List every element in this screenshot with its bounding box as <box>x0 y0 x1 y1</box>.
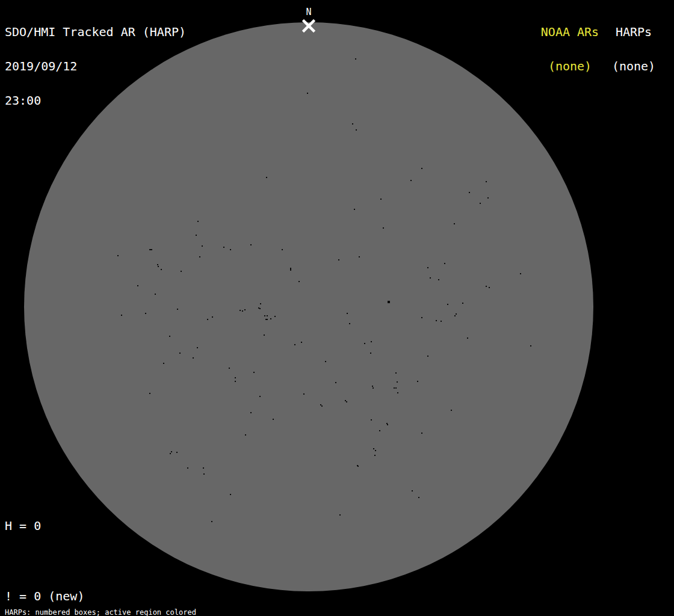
harps-legend: HARPs (none) <box>603 4 664 95</box>
footnote-harps: HARPs: numbered boxes; active region col… <box>5 609 257 616</box>
harps-legend-label: HARPs <box>603 26 664 38</box>
noaa-ars-legend-value: (none) <box>538 61 602 72</box>
harp-count-total: H = 0 <box>5 520 143 532</box>
north-label: N <box>303 7 315 17</box>
plot-date: 2019/09/12 <box>5 61 186 72</box>
noaa-ars-legend-label: NOAA ARs <box>538 26 602 38</box>
north-cross-icon <box>301 19 316 34</box>
footnote-block: HARPs: numbered boxes; active region col… <box>5 596 257 616</box>
title-block: SDO/HMI Tracked AR (HARP) 2019/09/12 23:… <box>5 4 186 129</box>
counter-gap <box>5 555 143 568</box>
plot-title: SDO/HMI Tracked AR (HARP) <box>5 26 186 38</box>
plot-time: 23:00 <box>5 95 186 106</box>
harps-legend-value: (none) <box>603 61 664 72</box>
plot-canvas: SDO/HMI Tracked AR (HARP) 2019/09/12 23:… <box>0 0 674 616</box>
noaa-ars-legend: NOAA ARs (none) <box>538 4 602 95</box>
